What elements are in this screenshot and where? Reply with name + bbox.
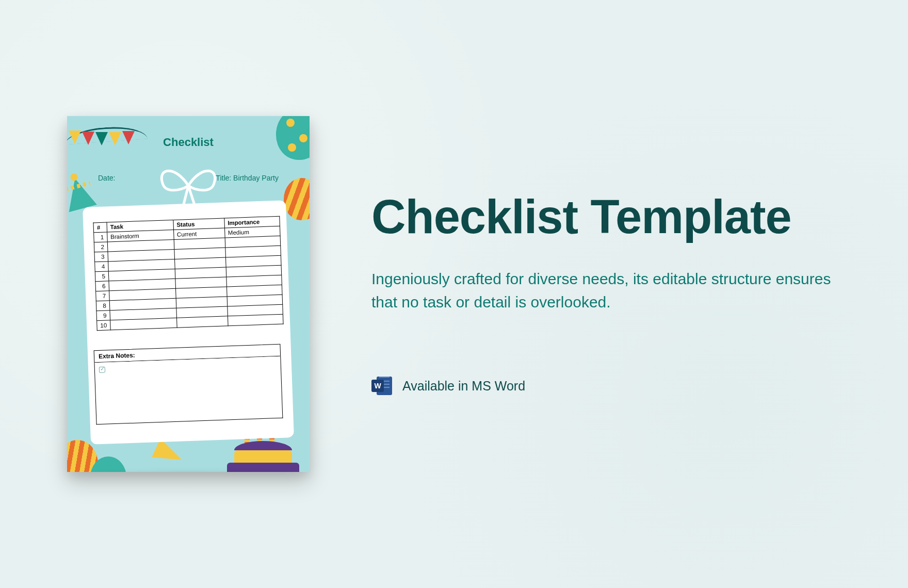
page-title: Checklist Template: [371, 192, 836, 242]
cell-num: 10: [97, 320, 110, 331]
notes-body: [94, 356, 283, 425]
title-value: Birthday Party: [233, 174, 279, 182]
title-field: Title: Birthday Party: [216, 174, 279, 182]
cell-num: 4: [95, 262, 108, 272]
cell-status: [176, 316, 228, 328]
cell-num: 3: [94, 252, 108, 262]
info-column: Checklist Template Ingeniously crafted f…: [371, 192, 836, 397]
extra-notes: Extra Notes:: [94, 344, 283, 425]
date-label: Date:: [98, 174, 115, 182]
availability-text: Available in MS Word: [402, 379, 525, 394]
preview-meta-row: Date: Title: Birthday Party: [67, 174, 310, 182]
cell-num: 8: [96, 301, 109, 311]
ms-word-letter: W: [371, 380, 384, 392]
cell-num: 5: [95, 271, 108, 282]
cell-task: [110, 318, 176, 330]
col-num: #: [93, 222, 107, 233]
cell-num: 2: [94, 242, 107, 252]
party-horn-icon: [152, 438, 186, 469]
cell-num: 1: [94, 232, 107, 242]
preview-heading: Checklist: [67, 136, 310, 149]
cell-num: 7: [96, 291, 109, 301]
ms-word-icon: W: [371, 375, 392, 396]
page-description: Ingeniously crafted for diverse needs, i…: [371, 267, 836, 314]
cell-num: 6: [95, 281, 109, 291]
checkbox-icon: [99, 367, 105, 373]
ribbon-bow-icon: [155, 160, 222, 206]
cell-importance: [228, 314, 283, 326]
availability-row: W Available in MS Word: [371, 375, 836, 396]
title-label: Title:: [216, 174, 231, 182]
balloon-icon: [284, 178, 310, 220]
cell-num: 9: [96, 311, 110, 321]
template-preview: Checklist Date: Title: Birthday Party # …: [67, 116, 310, 472]
checklist-table: # Task Status Importance 1BrainstormCurr…: [93, 216, 283, 331]
